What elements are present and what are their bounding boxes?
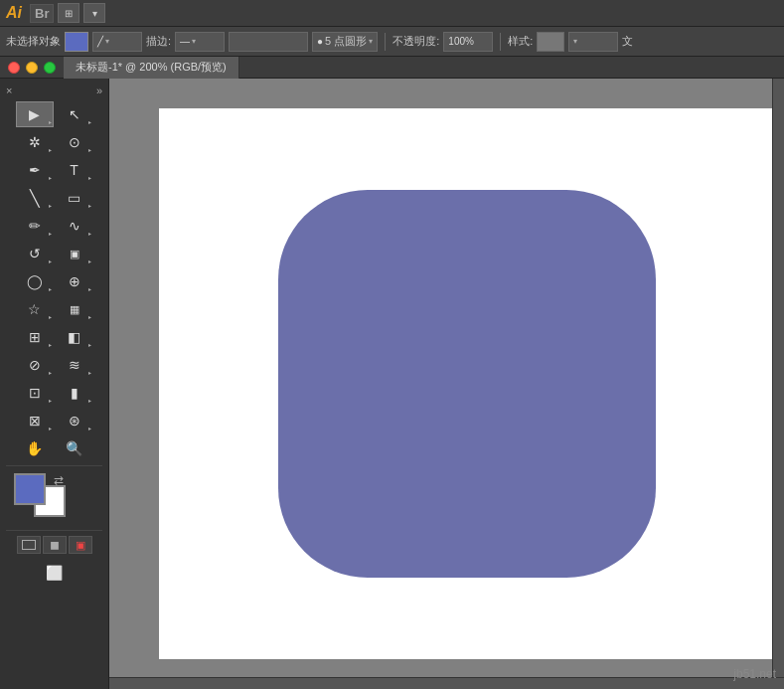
- tool-row-select2: ✲ ▸ ⊙ ▸: [4, 129, 104, 155]
- screen-mode-center[interactable]: ◼: [43, 536, 67, 554]
- lasso-tool[interactable]: ⊙ ▸: [56, 129, 93, 155]
- free-transform-tool[interactable]: ⊕ ▸: [56, 268, 93, 294]
- view-toggle-button[interactable]: ⊞: [58, 3, 79, 23]
- warp-icon: ⊠: [29, 413, 41, 429]
- watermark: jb51.net: [733, 667, 776, 681]
- magic-wand-tool[interactable]: ✲ ▸: [16, 129, 54, 155]
- document-tab[interactable]: 未标题-1* @ 200% (RGB/预览): [64, 57, 239, 79]
- arrow-icon: ▶: [29, 106, 40, 122]
- type-icon: T: [70, 162, 78, 178]
- minimize-button[interactable]: [26, 62, 38, 74]
- stroke-icon: ╱: [97, 36, 103, 47]
- canvas-shape[interactable]: [278, 190, 656, 578]
- menu-bar: Ai Br ⊞ ▾: [0, 0, 784, 27]
- tool-row-eyedrop: ⊘ ▸ ≋ ▸: [4, 352, 104, 378]
- scale-tool[interactable]: ◯ ▸: [16, 268, 54, 294]
- camera-tool[interactable]: ⊡ ▸: [16, 380, 54, 406]
- pencil-tool[interactable]: ✏ ▸: [16, 213, 54, 239]
- freetransform-icon: ⊕: [69, 273, 80, 289]
- mesh-tool[interactable]: ⊞ ▸: [16, 324, 54, 350]
- graph-tool[interactable]: ▦ ▸: [56, 296, 93, 322]
- tool-row-shape: ╲ ▸ ▭ ▸: [4, 185, 104, 211]
- rotate-tool[interactable]: ↺ ▸: [16, 241, 54, 266]
- eyedropper-icon: ⊘: [29, 357, 41, 373]
- eraser-tool[interactable]: ▣ ▸: [56, 241, 93, 266]
- line-tool[interactable]: ╲ ▸: [16, 185, 54, 211]
- close-button[interactable]: [8, 62, 20, 74]
- more-options-label: 文: [622, 34, 633, 49]
- screen-mode-buttons: ◼ ▣: [6, 536, 102, 554]
- type-tool[interactable]: T ▸: [56, 157, 93, 183]
- color-swatches: ⇄: [6, 473, 102, 523]
- horizontal-scrollbar[interactable]: [109, 677, 784, 689]
- style-swatch[interactable]: [537, 32, 564, 52]
- blend-icon: ≋: [69, 357, 80, 373]
- zoom-tool[interactable]: 🔍: [56, 435, 93, 461]
- direct-arrow-icon: ↖: [69, 106, 80, 122]
- toolbox-collapse[interactable]: »: [96, 85, 102, 96]
- divider1: [6, 465, 102, 466]
- chart-tool[interactable]: ▮ ▸: [56, 380, 93, 406]
- normal-mode-icon: [22, 540, 36, 550]
- no-selection-label: 未选择对象: [6, 34, 61, 49]
- style-dropdown[interactable]: ▾: [568, 32, 618, 52]
- stroke-size-input[interactable]: [229, 32, 308, 52]
- smooth-icon: ∿: [69, 218, 80, 234]
- tool-row-symbol: ☆ ▸ ▦ ▸: [4, 296, 104, 322]
- hand-icon: ✋: [26, 440, 43, 456]
- pen-icon: ✒: [29, 162, 41, 178]
- app-logo: Ai: [6, 4, 22, 22]
- tool-row-warp: ⊠ ▸ ⊛ ▸: [4, 408, 104, 433]
- blend-tool[interactable]: ≋ ▸: [56, 352, 93, 378]
- perspective-tool[interactable]: ◧ ▸: [56, 324, 93, 350]
- maximize-button[interactable]: [44, 62, 56, 74]
- options-bar: 未选择对象 ╱ ▾ 描边: — ▾ ● 5 点圆形 ▾ 不透明度: 100% 样…: [0, 27, 784, 57]
- smooth-tool[interactable]: ∿ ▸: [56, 213, 93, 239]
- vertical-scrollbar[interactable]: [772, 79, 784, 677]
- pen-tool[interactable]: ✒ ▸: [16, 157, 54, 183]
- opacity-input[interactable]: 100%: [443, 32, 493, 52]
- select-tool[interactable]: ▶ ▸: [16, 101, 54, 127]
- zoom-eyedrop-icon: ⊛: [69, 413, 80, 429]
- magnify-icon: 🔍: [66, 440, 82, 456]
- warp-tool[interactable]: ⊠ ▸: [16, 408, 54, 433]
- eraser-icon: ▣: [70, 248, 79, 260]
- stroke-type-dropdown[interactable]: ╱ ▾: [92, 32, 142, 52]
- mesh-icon: ⊞: [29, 329, 41, 345]
- artboard-tool[interactable]: ⬜: [36, 560, 74, 586]
- toolbox-close[interactable]: ×: [6, 85, 12, 96]
- center-mode-icon: ◼: [50, 538, 60, 552]
- tool-row-transform: ↺ ▸ ▣ ▸: [4, 241, 104, 266]
- zoom-eyedrop-tool[interactable]: ⊛ ▸: [56, 408, 93, 433]
- symbol-tool[interactable]: ☆ ▸: [16, 296, 54, 322]
- brush-dropdown[interactable]: ● 5 点圆形 ▾: [312, 32, 378, 52]
- fill-swatch[interactable]: [65, 32, 88, 52]
- foreground-color-swatch[interactable]: [14, 473, 46, 505]
- br-button[interactable]: Br: [30, 4, 54, 23]
- traffic-lights: [0, 62, 64, 74]
- rect-icon: ▭: [68, 190, 80, 206]
- tool-row-select: ▶ ▸ ↖ ▸: [4, 101, 104, 127]
- toolbox-header: × »: [0, 83, 108, 98]
- rotate-icon: ↺: [29, 246, 41, 261]
- direct-select-tool[interactable]: ↖ ▸: [56, 101, 93, 127]
- rect-tool[interactable]: ▭ ▸: [56, 185, 93, 211]
- tab-bar: 未标题-1* @ 200% (RGB/预览): [0, 57, 784, 79]
- magic-wand-icon: ✲: [29, 134, 41, 150]
- screen-mode-full[interactable]: ▣: [69, 536, 92, 554]
- canvas-area: jb51.net: [109, 79, 784, 689]
- opacity-label: 不透明度:: [392, 34, 439, 49]
- stroke-weight-dropdown[interactable]: — ▾: [175, 32, 225, 52]
- tool-row-pencil: ✏ ▸ ∿ ▸: [4, 213, 104, 239]
- screen-mode-normal[interactable]: [17, 536, 41, 554]
- eyedropper-tool[interactable]: ⊘ ▸: [16, 352, 54, 378]
- stroke-label: 描边:: [146, 34, 171, 49]
- hand-tool[interactable]: ✋: [16, 435, 54, 461]
- tool-row-mesh: ⊞ ▸ ◧ ▸: [4, 324, 104, 350]
- menu-arrow-button[interactable]: ▾: [83, 3, 105, 23]
- chart-icon: ▮: [71, 385, 78, 401]
- swap-colors-button[interactable]: ⇄: [54, 473, 64, 487]
- perspective-icon: ◧: [68, 329, 80, 345]
- tool-row-scale: ◯ ▸ ⊕ ▸: [4, 268, 104, 294]
- dot-icon: ●: [317, 36, 323, 47]
